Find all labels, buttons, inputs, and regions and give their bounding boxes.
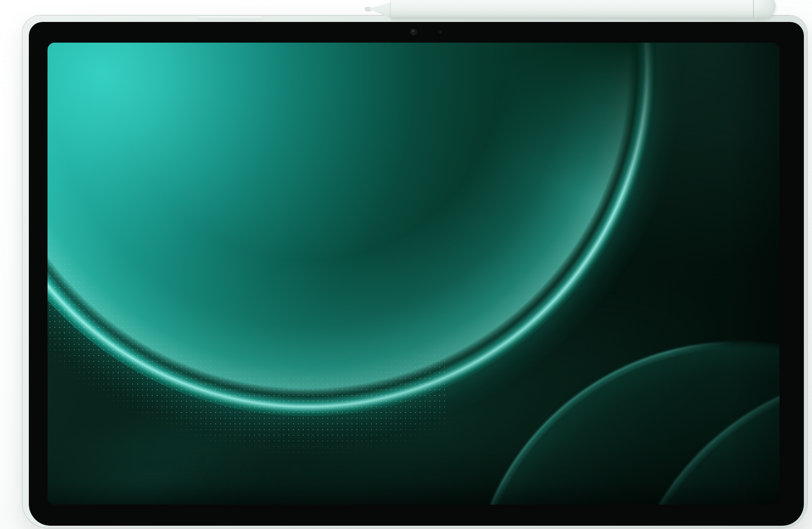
stylus-barrel bbox=[391, 0, 775, 19]
ambient-light-sensor-icon bbox=[439, 30, 442, 34]
product-photo-stage bbox=[0, 0, 812, 529]
stylus-tip-cone bbox=[368, 2, 393, 19]
stylus-highlight bbox=[392, 0, 767, 1]
display-screen bbox=[48, 43, 780, 505]
stylus bbox=[367, 0, 775, 19]
wallpaper-vignette bbox=[48, 43, 780, 505]
top-edge-button bbox=[198, 16, 262, 20]
tablet-device bbox=[22, 15, 807, 528]
stylus-cap bbox=[754, 0, 775, 19]
screen-bezel bbox=[29, 22, 804, 526]
front-camera-icon bbox=[411, 29, 416, 35]
